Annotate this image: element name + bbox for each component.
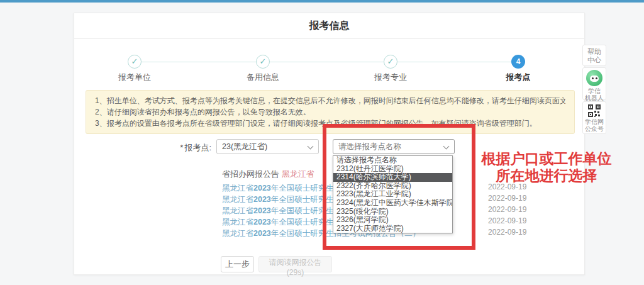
step-baokao-danwei: ✓ 报考单位: [97, 55, 172, 83]
page-header: 报考信息: [74, 13, 584, 39]
step-baokao-dian-current: 4 报考点: [480, 55, 556, 83]
qrcode-widget[interactable]: 学信网 公众号: [582, 101, 606, 134]
announcements-province: 黑龙江省: [282, 169, 314, 179]
announcement-date: 2022-09-19: [488, 194, 526, 203]
province-select[interactable]: 23(黑龙江省): [216, 139, 319, 154]
field-label-text: 报考点:: [184, 143, 211, 152]
annotation-text: 根据户口或工作单位 所在地进行选择: [474, 150, 619, 184]
previous-step-button[interactable]: 上一步: [221, 256, 254, 272]
top-accent-bar: [0, 0, 644, 3]
step-label: 报考点: [480, 72, 556, 83]
chatbot-widget[interactable]: 学信 机器人: [582, 67, 606, 100]
step-label: 报考单位: [97, 72, 172, 83]
step-label: 备用信息: [225, 72, 301, 83]
chatbot-label: 学信: [583, 87, 606, 94]
step-beiyong-xinxi: ✓ 备用信息: [225, 55, 301, 83]
notice-line: 2、请仔细阅读省招办和报考点的网报公告，以免导致报名无效。: [95, 106, 565, 118]
page-title: 报考信息: [74, 13, 584, 38]
announcement-date: 2022-09-19: [488, 228, 526, 237]
province-select-value: 23(黑龙江省): [217, 140, 318, 154]
step-number-badge: 4: [511, 55, 525, 69]
qrcode-label: 学信网: [583, 118, 606, 125]
announcements-heading-text: 省招办网报公告: [222, 169, 279, 179]
help-center-label: 中心: [583, 56, 606, 64]
step-baokao-zhuanye: ✓ 报考专业: [353, 55, 428, 83]
chatbot-label: 机器人: [583, 94, 606, 101]
robot-avatar-icon: [586, 70, 602, 86]
step-done-check-icon: ✓: [128, 55, 142, 69]
announcement-date: 2022-09-19: [488, 205, 526, 214]
step-done-check-icon: ✓: [256, 55, 270, 69]
notice-line: 1、招生单位、考试方式、报考点等为报考关键信息，在提交信息后不允许修改，网报时间…: [95, 95, 565, 106]
read-announcement-button-disabled[interactable]: 请阅读网报公告(29s): [258, 256, 332, 272]
announcements-heading: 省招办网报公告 黑龙江省: [222, 169, 314, 180]
required-mark: *: [180, 143, 183, 152]
qrcode-label: 公众号: [583, 125, 606, 132]
annotation-highlight-box: [323, 124, 475, 250]
step-label: 报考专业: [353, 72, 428, 83]
step-done-check-icon: ✓: [384, 55, 397, 69]
help-center-label: 帮助: [583, 48, 606, 56]
site-field-label: *报考点:: [162, 142, 211, 154]
announcement-date: 2022-09-19: [488, 216, 526, 225]
help-center-widget[interactable]: 帮助 中心: [582, 45, 606, 66]
qr-code-icon: [588, 104, 601, 117]
